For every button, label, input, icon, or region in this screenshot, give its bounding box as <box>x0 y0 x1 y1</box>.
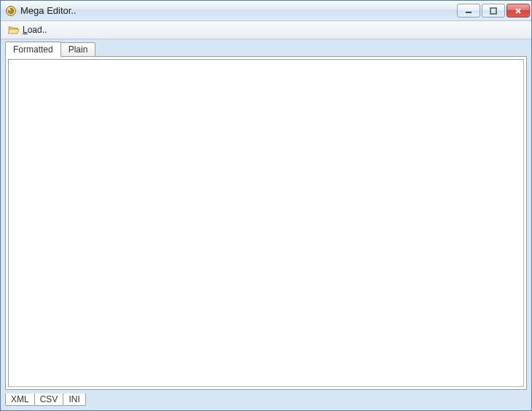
svg-rect-4 <box>490 8 496 14</box>
close-button[interactable] <box>506 4 530 17</box>
editor-frame <box>5 56 527 390</box>
app-icon <box>5 5 17 17</box>
status-tab-xml[interactable]: XML <box>5 394 35 406</box>
top-tabs: Formatted Plain <box>5 41 527 56</box>
app-window: Mega Editor.. <box>0 0 532 411</box>
bottom-tabs: XML CSV INI <box>5 391 527 407</box>
load-label: Load.. <box>23 25 47 35</box>
tab-formatted[interactable]: Formatted <box>5 42 61 57</box>
load-button[interactable]: Load.. <box>4 23 51 36</box>
status-tab-csv[interactable]: CSV <box>34 394 64 406</box>
titlebar[interactable]: Mega Editor.. <box>1 1 531 21</box>
folder-open-icon <box>8 25 20 35</box>
svg-rect-3 <box>466 12 472 13</box>
status-tab-ini[interactable]: INI <box>63 394 85 406</box>
window-title: Mega Editor.. <box>20 5 457 16</box>
minimize-button[interactable] <box>457 4 480 17</box>
toolbar: Load.. <box>1 21 531 39</box>
maximize-button[interactable] <box>482 4 505 17</box>
editor-area[interactable] <box>8 59 524 387</box>
svg-point-2 <box>9 8 11 10</box>
tab-plain[interactable]: Plain <box>60 42 96 56</box>
window-controls <box>457 4 530 17</box>
client-area: Formatted Plain <box>5 41 527 390</box>
